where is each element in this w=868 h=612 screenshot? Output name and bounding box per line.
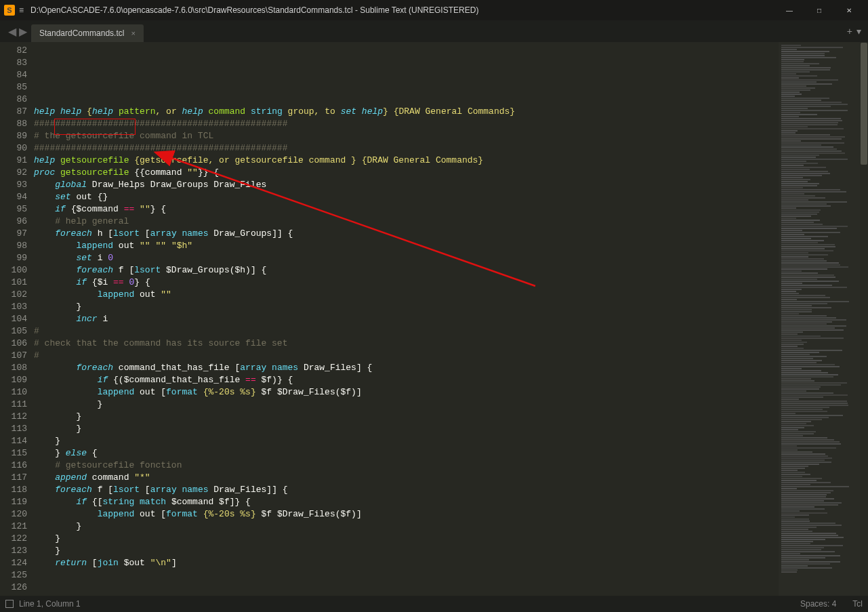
code-line[interactable]: return [join $out "\n"]: [34, 557, 779, 569]
code-line[interactable]: } else {: [34, 447, 779, 460]
code-line[interactable]: }: [34, 533, 779, 545]
minimap[interactable]: [779, 42, 860, 596]
code-line[interactable]: #: [34, 350, 779, 362]
code-line[interactable]: append command "*": [34, 472, 779, 484]
code-line[interactable]: lappend out [format {%-20s %s} $f $Draw_…: [34, 386, 779, 399]
scrollbar-vertical[interactable]: [860, 42, 868, 596]
code-line[interactable]: ########################################…: [34, 142, 779, 155]
code-line[interactable]: if {$i == 0} {: [34, 277, 779, 289]
new-tab-icon[interactable]: +: [847, 26, 852, 37]
code-line[interactable]: help help {help pattern, or help command…: [34, 106, 779, 118]
status-position[interactable]: Line 1, Column 1: [19, 599, 81, 609]
code-line[interactable]: }: [34, 411, 779, 423]
tab-controls-right: + ▾: [840, 20, 868, 42]
code-line[interactable]: set i 0: [34, 252, 779, 264]
code-line[interactable]: lappend out [format {%-20s %s} $f $Draw_…: [34, 508, 779, 521]
code-line[interactable]: if {($command_that_has_file == $f)} {: [34, 374, 779, 386]
app-icon: S: [4, 5, 15, 16]
code-line[interactable]: set out {}: [34, 191, 779, 203]
tab-bar: ◀ ▶ StandardCommands.tcl × + ▾: [0, 20, 868, 42]
tab-label: StandardCommands.tcl: [39, 28, 124, 38]
code-line[interactable]: }: [34, 545, 779, 557]
code-line[interactable]: # getsourcefile fonction: [34, 460, 779, 472]
line-number-gutter: 8283848586878889909192939495969798991001…: [0, 42, 34, 596]
code-line[interactable]: ########################################…: [34, 118, 779, 130]
code-area[interactable]: help help {help pattern, or help command…: [34, 42, 779, 596]
tab-dropdown-icon[interactable]: ▾: [856, 26, 861, 37]
code-line[interactable]: #: [34, 325, 779, 338]
code-line[interactable]: global Draw_Helps Draw_Groups Draw_Files: [34, 179, 779, 191]
code-line[interactable]: lappend out "": [34, 289, 779, 301]
close-button[interactable]: ✕: [834, 0, 864, 20]
tab-active[interactable]: StandardCommands.tcl ×: [31, 24, 144, 42]
code-line[interactable]: incr i: [34, 313, 779, 325]
code-line[interactable]: foreach h [lsort [array names Draw_Group…: [34, 228, 779, 240]
tab-close-icon[interactable]: ×: [131, 29, 135, 37]
nav-forward-icon[interactable]: ▶: [19, 25, 27, 38]
code-line[interactable]: # the getsourcefile command in TCL: [34, 130, 779, 142]
editor: 8283848586878889909192939495969798991001…: [0, 42, 868, 596]
code-line[interactable]: foreach f [lsort [array names Draw_Files…: [34, 484, 779, 496]
code-line[interactable]: help getsourcefile {getsourcefile, or ge…: [34, 155, 779, 167]
code-line[interactable]: if {[string match $command $f]} {: [34, 496, 779, 508]
minimize-button[interactable]: —: [774, 0, 804, 20]
nav-back-icon[interactable]: ◀: [8, 25, 16, 38]
code-line[interactable]: # help general: [34, 216, 779, 228]
window-controls: — □ ✕: [774, 0, 864, 20]
status-spaces[interactable]: Spaces: 4: [800, 599, 836, 609]
code-line[interactable]: proc getsourcefile {{command ""}} {: [34, 167, 779, 179]
code-line[interactable]: foreach f [lsort $Draw_Groups($h)] {: [34, 264, 779, 277]
code-line[interactable]: lappend out "" "" "$h": [34, 240, 779, 252]
status-language[interactable]: Tcl: [852, 599, 863, 609]
status-panel-icon[interactable]: [5, 600, 14, 608]
code-line[interactable]: }: [34, 521, 779, 533]
nav-arrows: ◀ ▶: [4, 20, 31, 42]
code-line[interactable]: }: [34, 301, 779, 313]
statusbar: Line 1, Column 1 Spaces: 4 Tcl: [0, 596, 868, 612]
code-line[interactable]: if {$command == ""} {: [34, 203, 779, 216]
menu-icon[interactable]: ≡: [19, 5, 24, 15]
code-line[interactable]: foreach command_that_has_file [array nam…: [34, 362, 779, 374]
code-line[interactable]: }: [34, 423, 779, 435]
scrollbar-thumb[interactable]: [861, 43, 867, 165]
code-line[interactable]: }: [34, 399, 779, 411]
maximize-button[interactable]: □: [804, 0, 834, 20]
code-line[interactable]: }: [34, 435, 779, 447]
titlebar: S ≡ D:\OpenCASCADE-7.6.0\opencascade-7.6…: [0, 0, 868, 20]
window-title: D:\OpenCASCADE-7.6.0\opencascade-7.6.0\s…: [30, 5, 774, 15]
code-line[interactable]: # check that the command has its source …: [34, 338, 779, 350]
